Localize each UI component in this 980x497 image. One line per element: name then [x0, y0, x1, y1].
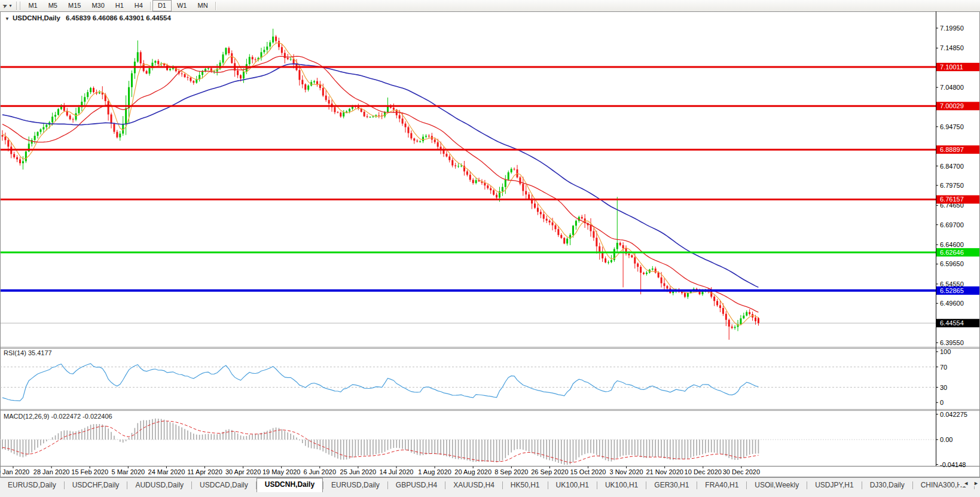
tab-scroll-arrows: ◄ ►: [960, 480, 979, 486]
price-tick-label: 7.19950: [940, 25, 964, 32]
chart-ohlc-values: 6.45839 6.46086 6.43901 6.44554: [66, 14, 171, 22]
rsi-tick-label: 0: [940, 399, 944, 406]
tab-scroll-right-icon[interactable]: ►: [973, 480, 979, 486]
macd-tick-label: -0.04148: [940, 461, 966, 468]
chart-window[interactable]: 7.199507.148507.048006.947506.847006.797…: [0, 11, 980, 477]
price-tick-label: 6.79750: [940, 182, 964, 189]
date-tick-label: 24 Mar 2020: [148, 468, 185, 475]
timeframe-button-m5[interactable]: M5: [43, 0, 63, 11]
price-tick-label: 6.39550: [940, 339, 964, 346]
symbol-tab-bar: EURUSD,DailyUSDCHF,DailyAUDUSD,DailyUSDC…: [0, 477, 980, 497]
toolbar-separator: [150, 2, 151, 10]
rsi-tick-label: 30: [940, 384, 947, 391]
price-tick-label: 6.94750: [940, 123, 964, 130]
toolbar-grip[interactable]: [16, 2, 20, 10]
date-tick-label: 1 Aug 2020: [418, 468, 451, 475]
date-tick-label: 20 Aug 2020: [454, 468, 491, 475]
macd-signal-line: [2, 421, 758, 462]
symbol-tabs: EURUSD,DailyUSDCHF,DailyAUDUSD,DailyUSDC…: [0, 478, 980, 492]
candlesticks: [2, 29, 759, 340]
price-level-badge-label: 6.62646: [940, 249, 964, 256]
date-tick-label: 10 Dec 2020: [685, 468, 722, 475]
date-tick-label: 9 Jan 2020: [0, 468, 29, 475]
macd-indicator-label: MACD(12,26,9) -0.022472 -0.022406: [4, 413, 112, 420]
date-tick-label: 25 Jun 2020: [340, 468, 377, 475]
date-tick-label: 8 Sep 2020: [494, 468, 528, 475]
price-level-badge-label: 6.44554: [940, 319, 964, 327]
timeframe-button-h1[interactable]: H1: [110, 0, 129, 11]
price-level-badge-label: 7.00029: [940, 102, 964, 109]
date-tick-label: 30 Apr 2020: [225, 468, 261, 475]
rsi-tick-label: 100: [940, 348, 951, 355]
date-tick-label: 30 Dec 2020: [723, 468, 760, 475]
date-tick-label: 28 Jan 2020: [33, 468, 70, 475]
date-tick-label: 15 Oct 2020: [570, 468, 606, 475]
date-tick-label: 3 Nov 2020: [609, 468, 643, 475]
toolbar-separator: [215, 2, 216, 10]
macd-histogram: [2, 419, 758, 465]
ma-5-line: [2, 42, 758, 325]
chart-tab-usdchf-daily[interactable]: USDCHF,Daily: [65, 478, 127, 492]
price-level-badge-label: 7.10011: [940, 63, 963, 71]
ma-20-line: [2, 56, 758, 312]
chart-tab-ger30-h1[interactable]: GER30,H1: [646, 478, 697, 492]
timeframe-button-group: M1M5M15M30H1H4D1W1MN: [23, 0, 213, 11]
mt4-terminal: { "toolbar": { "cursor_icon_glyph": "➤",…: [0, 0, 980, 497]
price-tick-label: 6.64600: [940, 241, 964, 248]
date-tick-label: 11 Apr 2020: [187, 468, 222, 475]
date-tick-label: 19 May 2020: [262, 468, 301, 475]
top-toolbar: ➤ ▾ M1M5M15M30H1H4D1W1MN: [0, 0, 980, 12]
chart-tab-xauusd-h4[interactable]: XAUUSD,H4: [445, 478, 502, 492]
chart-tab-dj30-daily[interactable]: DJ30,Daily: [862, 478, 912, 492]
timeframe-button-d1[interactable]: D1: [152, 0, 172, 11]
date-tick-label: 6 Jun 2020: [304, 468, 336, 475]
rsi-indicator-label: RSI(14) 35.4177: [4, 349, 52, 356]
price-tick-label: 6.49600: [940, 300, 964, 307]
chart-tab-usoil-weekly[interactable]: USOil,Weekly: [747, 478, 807, 492]
tab-scroll-left-icon[interactable]: ◄: [963, 480, 969, 486]
timeframe-button-m1[interactable]: M1: [23, 0, 42, 11]
macd-tick-label: 0.042275: [940, 411, 967, 418]
rsi-tick-label: 70: [940, 364, 947, 371]
date-tick-label: 26 Sep 2020: [531, 468, 568, 475]
rsi-line: [2, 364, 758, 401]
chart-tab-uk100-h1[interactable]: UK100,H1: [548, 478, 597, 492]
chart-tab-gbpusd-h4[interactable]: GBPUSD,H4: [388, 478, 445, 492]
price-tick-label: 6.84700: [940, 163, 964, 170]
price-tick-label: 7.04800: [940, 84, 964, 91]
chart-symbol-title: USDCNH,Daily: [13, 14, 60, 22]
moving-averages: [2, 42, 758, 325]
timeframe-button-mn[interactable]: MN: [192, 0, 213, 11]
timeframe-button-m15[interactable]: M15: [63, 0, 86, 11]
cursor-tool-icon[interactable]: ➤: [1, 2, 8, 10]
chevron-down-icon[interactable]: ▾: [9, 3, 11, 8]
price-tick-label: 6.59650: [940, 260, 964, 267]
timeframe-button-w1[interactable]: W1: [172, 0, 193, 11]
macd-tick-label: 0.00: [940, 436, 952, 443]
date-tick-label: 5 Mar 2020: [111, 468, 145, 475]
chart-tab-usdcad-daily[interactable]: USDCAD,Daily: [192, 478, 256, 492]
chart-tab-usdjpy-h1[interactable]: USDJPY,H1: [807, 478, 861, 492]
chart-tab-eurusd-daily[interactable]: EURUSD,Daily: [323, 478, 387, 492]
price-level-badge-label: 6.88897: [940, 146, 964, 153]
chart-tab-uk100-h1[interactable]: UK100,H1: [597, 478, 646, 492]
date-tick-label: 14 Jul 2020: [380, 468, 414, 475]
chart-tab-eurusd-daily[interactable]: EURUSD,Daily: [0, 478, 64, 492]
chart-tab-audusd-daily[interactable]: AUDUSD,Daily: [127, 478, 191, 492]
chart-tab-usdcnh-daily[interactable]: USDCNH,Daily: [257, 478, 323, 492]
date-tick-label: 15 Feb 2020: [71, 468, 108, 475]
timeframe-button-m30[interactable]: M30: [86, 0, 109, 11]
collapse-indicator-icon[interactable]: ▼: [5, 16, 10, 22]
date-tick-label: 21 Nov 2020: [646, 468, 683, 475]
price-level-badge-label: 6.52865: [940, 287, 964, 294]
price-tick-label: 7.14850: [940, 44, 964, 51]
chart-canvas[interactable]: 7.199507.148507.048006.947506.847006.797…: [0, 11, 980, 477]
timeframe-button-h4[interactable]: H4: [129, 0, 148, 11]
chart-tab-hk50-h1[interactable]: HK50,H1: [503, 478, 548, 492]
chart-tab-fra40-h1[interactable]: FRA40,H1: [697, 478, 746, 492]
chart-window-border: [1, 12, 980, 477]
price-level-badge-label: 6.76157: [940, 196, 964, 203]
price-tick-label: 6.69700: [940, 221, 964, 228]
